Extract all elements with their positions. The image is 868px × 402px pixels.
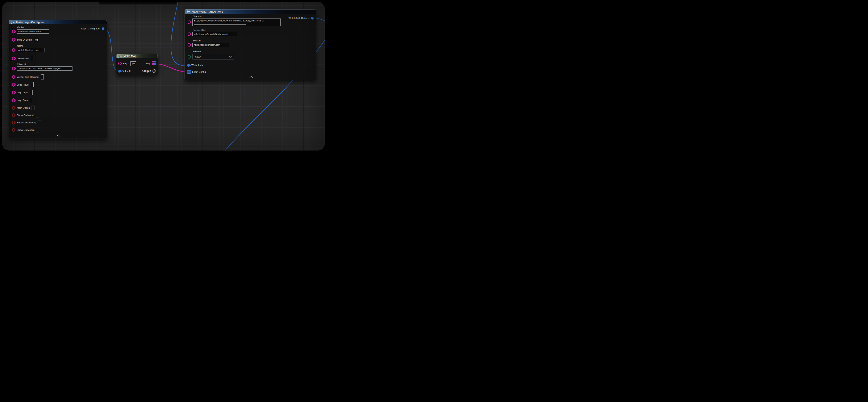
node-make-map: Make Map Key 0 jwt Map Value 0 Add pin [116, 54, 158, 75]
key0-pin[interactable] [118, 62, 121, 65]
show-on-modal-checkbox[interactable] [36, 113, 39, 118]
redirect-url-pin[interactable] [188, 32, 191, 36]
name-pin[interactable] [12, 48, 15, 52]
network-dropdown[interactable]: CYAN [192, 54, 234, 60]
add-pin-button[interactable] [153, 69, 156, 73]
logo-dark-input[interactable] [30, 98, 32, 103]
logo-light-input[interactable] [30, 90, 33, 95]
pin-label: Client Id [17, 63, 72, 66]
client-id-input[interactable]: 294QRkchfq2YaXUbPri7D6PH7xzHgQMT [17, 66, 72, 70]
main-option-pin[interactable] [12, 106, 15, 110]
verifier-sub-identifier-input[interactable] [41, 75, 44, 80]
collapse-chevron-icon[interactable] [57, 135, 60, 138]
logo-hover-pin[interactable] [12, 83, 15, 87]
pin-label: Verifier Sub Identifier [17, 76, 39, 78]
client-id-scrollbar[interactable] [194, 24, 246, 25]
window-frame: Make LoginConfigItem Login Config Item V… [0, 0, 330, 153]
collapse-chevron-icon[interactable] [250, 76, 253, 80]
type-of-login-pin[interactable] [12, 38, 15, 41]
output-pin-label: Map [146, 62, 150, 65]
pin-label: Logo Hover [17, 84, 29, 86]
key0-input[interactable]: jwt [130, 61, 136, 66]
node-header[interactable]: Make Map [116, 54, 158, 58]
pin-label: White Label [191, 64, 204, 66]
wire-map-to-login-config[interactable] [156, 64, 187, 72]
node-title: Make Map [123, 54, 136, 58]
pin-label: Sdk Url [193, 39, 229, 42]
verifier-input[interactable]: web3auth-auth0-demo [17, 29, 49, 34]
logo-hover-input[interactable] [31, 82, 34, 87]
logo-dark-pin[interactable] [12, 98, 15, 102]
pin-label: Value 0 [122, 70, 130, 72]
chevron-down-icon [229, 55, 231, 57]
show-on-mobile-pin[interactable] [12, 128, 15, 132]
client-id-input[interactable]: BEglQSgt4cUWcj6SKRdu5QkOXTsePmMcusG5EAoy… [192, 19, 281, 26]
pin-label: Redirect Url [193, 29, 237, 31]
output-pin-label: Web 3Auth Options [288, 17, 309, 19]
client-id-text: BEglQSgt4cUWcj6SKRdu5QkOXTsePmMcusG5EAoy… [194, 19, 264, 22]
description-input[interactable] [31, 56, 33, 61]
logo-light-pin[interactable] [12, 91, 15, 94]
pin-label: Logo Dark [17, 99, 28, 102]
node-header[interactable]: Make Web3AuthOptions [185, 9, 316, 14]
blueprint-graph-canvas[interactable]: Make LoginConfigItem Login Config Item V… [2, 2, 325, 150]
pin-label: Verifier [17, 26, 49, 29]
offscreen-node-edge[interactable] [99, 2, 178, 4]
pin-label: Show On Mobile [17, 129, 34, 131]
node-title: Make LoginConfigItem [16, 21, 45, 24]
make-struct-icon [11, 20, 14, 24]
verifier-sub-identifier-pin[interactable] [12, 75, 15, 79]
pin-label: Client Id [193, 15, 281, 18]
client-id-pin[interactable] [188, 20, 191, 24]
type-of-login-input[interactable]: jwt [34, 38, 39, 42]
value0-pin[interactable] [118, 70, 121, 73]
pin-label: Main Option [17, 107, 30, 109]
node-title: Make Web3AuthOptions [192, 10, 223, 13]
pin-label: Description [17, 57, 29, 60]
show-on-modal-pin[interactable] [12, 113, 15, 117]
white-label-pin[interactable] [187, 64, 190, 67]
pin-label: Name [17, 45, 45, 47]
show-on-desktop-pin[interactable] [12, 121, 15, 124]
node-header[interactable]: Make LoginConfigItem [9, 20, 107, 24]
show-on-mobile-checkbox[interactable] [36, 127, 39, 133]
name-input[interactable]: Auth0 Custom Login [17, 48, 45, 52]
pin-label: Key 0 [123, 62, 129, 65]
web3auth-options-output-pin[interactable] [311, 17, 314, 20]
pin-label: Logo Light [17, 91, 28, 94]
client-id-pin[interactable] [12, 67, 15, 70]
show-on-desktop-checkbox[interactable] [38, 120, 41, 125]
pin-label: Network [193, 50, 234, 53]
redirect-url-input[interactable]: w3a://com.w3a.Web3AuthUnreal [192, 32, 237, 36]
pin-label: Show On Desktop [17, 121, 36, 124]
node-make-web3authoptions: Make Web3AuthOptions Web 3Auth Options C… [184, 9, 316, 80]
description-pin[interactable] [12, 57, 15, 60]
network-selected-value: CYAN [195, 56, 202, 58]
sdk-url-input[interactable]: https://sdk.openlogin.com [192, 43, 229, 47]
pin-label: Type Of Login [17, 38, 32, 41]
output-pin-label: Login Config Item [81, 27, 100, 30]
login-config-pin[interactable] [187, 70, 191, 74]
main-option-checkbox[interactable] [32, 106, 35, 110]
login-config-item-output-pin[interactable] [102, 27, 104, 30]
add-pin-label: Add pin [142, 69, 151, 73]
pin-label: Login Config [192, 70, 206, 73]
sdk-url-pin[interactable] [188, 43, 191, 47]
network-pin[interactable] [188, 55, 191, 59]
map-output-pin[interactable] [152, 61, 156, 65]
make-struct-icon [187, 10, 190, 13]
node-make-loginconfigitem: Make LoginConfigItem Login Config Item V… [9, 20, 107, 139]
make-map-icon [119, 54, 122, 58]
pin-label: Show On Modal [17, 114, 34, 116]
verifier-pin[interactable] [12, 30, 15, 33]
